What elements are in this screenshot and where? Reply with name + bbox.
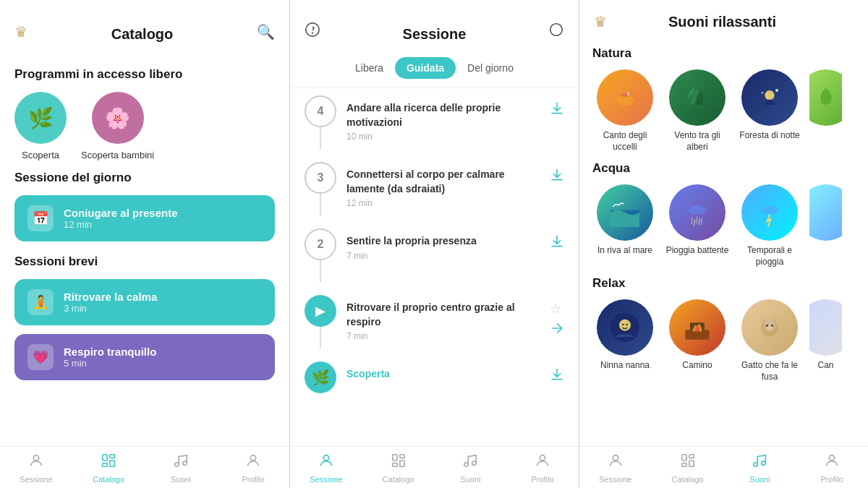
program-scoperta[interactable]: 🌿 Scoperta [14, 92, 67, 160]
title-2: Sentire la propria presenza [346, 234, 540, 249]
sound-ninna[interactable]: Ninna nanna [592, 299, 658, 382]
circle-3: 3 [305, 162, 336, 194]
session-item-4: 4 Andare alla ricerca delle proprie moti… [305, 95, 564, 149]
nav-catalogo[interactable]: Catalogo [72, 453, 145, 484]
nav2-sessione[interactable]: Sessione [290, 453, 362, 484]
free-programs-title: Programmi in accesso libero [14, 67, 275, 82]
sound-acqua-more[interactable] [809, 184, 842, 267]
nav3-catalogo[interactable]: Catalogo [652, 453, 724, 484]
calma-name: Ritrovare la calma [64, 291, 157, 303]
nav2-suoni-icon [462, 453, 478, 473]
sound-pioggia[interactable]: Pioggia battente [665, 184, 730, 267]
can-circle [809, 299, 842, 356]
circle-leaf: 🌿 [305, 361, 336, 393]
help-icon[interactable] [305, 22, 320, 41]
nav3-profilo-icon [824, 453, 840, 473]
sound-temporali[interactable]: Temporali e pioggia [737, 184, 802, 267]
svg-rect-45 [689, 461, 693, 466]
nav2-suoni[interactable]: Suoni [435, 453, 507, 484]
line-3 [320, 194, 321, 215]
svg-point-17 [472, 461, 477, 466]
nav-profilo[interactable]: Profilo [217, 453, 289, 484]
tab-guidata[interactable]: Guidata [395, 57, 456, 79]
day-session-card[interactable]: 📅 Coniugare al presente 12 min [14, 195, 275, 241]
nav3-suoni[interactable]: Suoni [724, 453, 796, 484]
session-calma[interactable]: 🧘 Ritrovare la calma 3 min [14, 279, 275, 325]
svg-point-49 [829, 455, 834, 461]
sound-camino[interactable]: Camino [665, 299, 730, 382]
suoni-bottom-nav: Sessione Catalogo Suoni Profilo [579, 446, 868, 488]
session-item-2: 2 Sentire la propria presenza 7 min [305, 228, 564, 282]
svg-point-40 [766, 325, 768, 327]
svg-rect-4 [103, 463, 107, 467]
profilo-nav-icon [245, 453, 261, 473]
nav-suoni-label: Suoni [171, 475, 191, 484]
respiro-name: Respiro tranquillo [64, 346, 156, 358]
sound-uccelli[interactable]: Canto degli uccelli [592, 69, 658, 153]
suoni-title: Suoni rilassanti [668, 14, 776, 30]
download-icon-leaf[interactable] [550, 367, 564, 385]
sound-natura-more[interactable] [809, 69, 842, 153]
sound-vento[interactable]: Vento tra gli alberi [665, 69, 730, 153]
catalogo-title: Catalogo [97, 13, 188, 50]
catalogo-bottom-nav: Sessione Catalogo Suoni Profilo [0, 446, 289, 488]
nav3-catalogo-label: Catalogo [672, 475, 704, 484]
svg-point-41 [771, 325, 773, 327]
line-1 [320, 327, 321, 348]
scoperta-label: Scoperta [22, 150, 59, 160]
sound-can[interactable]: Can [809, 299, 842, 382]
nav-profilo-label: Profilo [242, 475, 264, 484]
nav2-profilo[interactable]: Profilo [506, 453, 579, 484]
nav-catalogo-label: Catalogo [93, 475, 124, 484]
respiro-duration: 5 min [64, 358, 156, 369]
scoperta-icon: 🌿 [14, 92, 67, 144]
svg-line-30 [699, 219, 699, 226]
download-icon-3[interactable] [550, 168, 564, 186]
sessione-nav-icon [28, 453, 44, 473]
day-session-title: Sessione del giorno [14, 171, 275, 185]
ninna-circle [597, 299, 653, 356]
uccelli-label: Canto degli uccelli [592, 130, 658, 153]
sound-foresta[interactable]: Foresta di notte [737, 69, 802, 153]
right-4 [550, 95, 564, 119]
temporali-label: Temporali e pioggia [737, 245, 802, 267]
svg-rect-13 [399, 455, 404, 458]
session-respiro[interactable]: 💗 Respiro tranquillo 5 min [14, 334, 275, 380]
natura-more-circle [809, 69, 842, 126]
svg-point-5 [175, 463, 179, 467]
svg-point-10 [550, 24, 563, 36]
tab-del-giorno[interactable]: Del giorno [456, 57, 525, 79]
camino-circle [669, 299, 726, 356]
play-button[interactable]: ▶ [305, 295, 336, 327]
can-label: Can [817, 360, 833, 372]
sessione-title: Sessione [388, 13, 481, 50]
check-download-icon[interactable] [550, 321, 564, 338]
download-icon-4[interactable] [550, 101, 564, 119]
day-session-text: Coniugare al presente 12 min [64, 207, 178, 230]
star-icon-1[interactable]: ☆ [550, 301, 561, 317]
nav2-catalogo[interactable]: Catalogo [362, 453, 435, 484]
nav3-profilo[interactable]: Profilo [796, 453, 868, 484]
svg-line-27 [697, 217, 697, 224]
timeline-left-3: 3 [305, 162, 336, 215]
tab-libera[interactable]: Libera [344, 57, 395, 79]
sound-gatto[interactable]: Gatto che fa le fusa [737, 299, 802, 382]
temporali-circle [741, 184, 798, 241]
svg-rect-15 [392, 463, 396, 467]
svg-point-48 [762, 461, 766, 466]
search-icon[interactable]: 🔍 [257, 23, 275, 40]
sessione-header: Sessione [290, 0, 579, 57]
right-3 [550, 162, 564, 186]
relax-title: Relax [592, 276, 855, 291]
calma-duration: 3 min [64, 303, 157, 314]
svg-rect-44 [689, 455, 693, 458]
nav-suoni[interactable]: Suoni [145, 453, 217, 484]
svg-line-28 [701, 218, 702, 225]
download-icon-2[interactable] [550, 234, 564, 252]
content-1: Ritrovare il proprio centro grazie al re… [346, 295, 540, 341]
circle-4: 4 [305, 95, 336, 127]
nav-sessione[interactable]: Sessione [0, 453, 72, 484]
nav3-sessione[interactable]: Sessione [579, 453, 652, 484]
sound-mare[interactable]: In riva al mare [592, 184, 658, 267]
program-scoperta-bambini[interactable]: 🌸 Scoperta bambini [81, 92, 154, 160]
